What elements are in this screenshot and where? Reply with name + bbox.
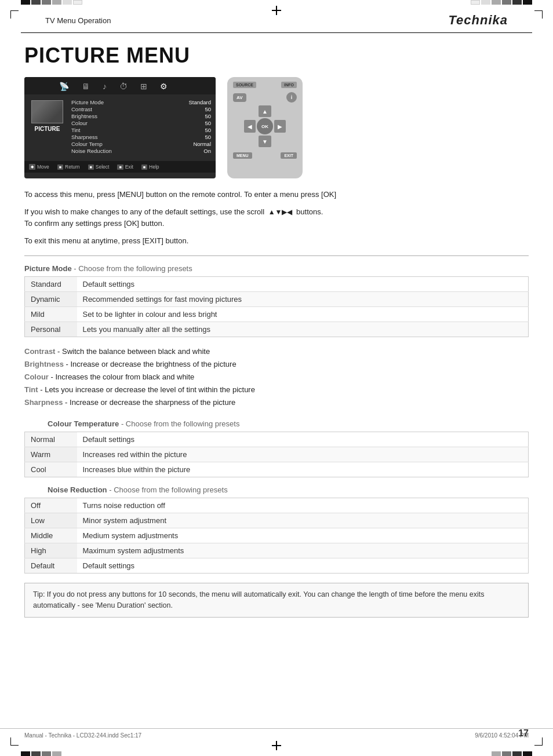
- setting-line: Colour - Increases the colour from black…: [24, 371, 529, 384]
- help-label: Help: [149, 164, 159, 170]
- up-arrow-icon: ▲: [262, 108, 268, 115]
- brand-logo: Technika: [448, 13, 508, 28]
- remote-up-button: ▲: [259, 105, 271, 117]
- preset-desc: Default settings: [77, 558, 529, 574]
- noise-reduction-label: Noise Reduction - Choose from the follow…: [48, 485, 529, 494]
- select-key-icon: ■: [88, 165, 94, 170]
- tv-icon-screen: 🖥: [82, 82, 90, 91]
- return-label: Return: [65, 164, 80, 170]
- left-arrow-icon: ◀: [248, 123, 252, 130]
- corner-mark-tl: [10, 10, 19, 19]
- bottom-bar-left: [21, 751, 61, 756]
- colour-temp-label: Colour Temperature - Choose from the fol…: [48, 419, 529, 428]
- setting-line: Contrast - Switch the balance between bl…: [24, 345, 529, 358]
- page-footer: Manual - Technika - LCD32-244.indd Sec1:…: [0, 728, 553, 742]
- body-para2: If you wish to make changes to any of th…: [24, 206, 529, 229]
- tip-box: Tip: If you do not press any buttons for…: [24, 583, 529, 618]
- tv-menu-icon-bar: 📡 🖥 ♪ ⏱ ⊞ ⚙: [24, 77, 216, 94]
- remote-av-button: AV: [233, 93, 246, 102]
- table-row: DynamicRecommended settings for fast mov…: [25, 291, 529, 306]
- table-row: CoolIncreases blue within the picture: [25, 462, 529, 477]
- remote-right-button: ▶: [274, 120, 286, 133]
- tv-item-val-0: Standard: [152, 99, 211, 105]
- tv-item-val-7: On: [152, 148, 211, 154]
- tv-footer-select: ■ Select: [88, 164, 110, 170]
- tv-item-name-4: Tint: [71, 127, 148, 133]
- tv-icon-gear: ⚙: [160, 82, 168, 91]
- preset-desc: Set to be lighter in colour and less bri…: [77, 306, 529, 322]
- setting-desc: - Lets you increase or decrease the leve…: [40, 385, 255, 394]
- remote-info-button: INFO: [281, 82, 297, 88]
- preset-name: Cool: [25, 462, 77, 477]
- setting-line: Sharpness - Increase or decrease the sha…: [24, 396, 529, 409]
- colour-temp-desc: - Choose from the following presets: [121, 419, 239, 428]
- preset-name: Mild: [25, 306, 77, 322]
- tv-menu-items-list: Picture Mode Standard Contrast 50 Bright…: [71, 98, 211, 154]
- remote-dpad: ▲ ▼ ◀ ▶ OK: [244, 105, 286, 147]
- right-arrow-icon: ▶: [278, 123, 282, 130]
- preset-name: Off: [25, 498, 77, 513]
- exit-key-icon: ■: [117, 165, 123, 170]
- preset-name: Normal: [25, 432, 77, 447]
- preset-desc: Minor system adjustment: [77, 513, 529, 528]
- tv-menu-thumbnail: [31, 100, 63, 123]
- tv-footer-exit: ■ Exit: [117, 164, 133, 170]
- tv-item-name-3: Colour: [71, 120, 148, 126]
- top-bar-right: [471, 0, 532, 5]
- return-key-icon: ■: [57, 165, 63, 170]
- tv-item-name-2: Brightness: [71, 113, 148, 119]
- bottom-bar-right: [492, 751, 532, 756]
- preset-name: Default: [25, 558, 77, 574]
- tv-menu-screenshot: 📡 🖥 ♪ ⏱ ⊞ ⚙ PICTURE Picture Mode Standar…: [24, 77, 216, 178]
- setting-desc: - Increase or decrease the brightness of…: [66, 360, 237, 368]
- setting-desc: - Increase or decrease the sharpness of …: [65, 398, 235, 407]
- tv-item-val-2: 50: [152, 113, 211, 119]
- tv-item-val-1: 50: [152, 106, 211, 112]
- preset-desc: Recommended settings for fast moving pic…: [77, 291, 529, 306]
- page-header: TV Menu Operation Technika: [21, 0, 532, 33]
- crosshair-bottom: [272, 741, 281, 750]
- tip-text: Tip: If you do not press any buttons for…: [33, 590, 484, 609]
- remote-left-button: ◀: [244, 120, 256, 133]
- preset-name: Low: [25, 513, 77, 528]
- table-row: HighMaximum system adjustments: [25, 543, 529, 558]
- tv-item-name-7: Noise Reduction: [71, 148, 148, 154]
- preset-name: Personal: [25, 322, 77, 337]
- setting-desc: - Switch the balance between black and w…: [57, 347, 210, 356]
- table-row: DefaultDefault settings: [25, 558, 529, 574]
- tv-item-name-5: Sharpness: [71, 134, 148, 140]
- tv-item-val-5: 50: [152, 134, 211, 140]
- remote-top-row: SOURCE INFO: [233, 82, 297, 88]
- table-row: OffTurns noise reduction off: [25, 498, 529, 513]
- noise-reduction-table: OffTurns noise reduction offLowMinor sys…: [24, 498, 529, 574]
- body-para2-b: buttons.: [296, 207, 323, 216]
- tv-footer-help: ■ Help: [141, 164, 159, 170]
- remote-i-button: i: [286, 92, 297, 103]
- remote-av-row: AV i: [233, 92, 297, 103]
- setting-line: Tint - Lets you increase or decrease the…: [24, 384, 529, 396]
- table-row: MildSet to be lighter in colour and less…: [25, 306, 529, 322]
- setting-label: Sharpness: [24, 398, 63, 407]
- page-title: PICTURE MENU: [24, 43, 529, 68]
- page-number: 17: [518, 728, 529, 739]
- tv-icon-timer: ⏱: [119, 82, 128, 91]
- preset-desc: Default settings: [77, 276, 529, 291]
- remote-source-button: SOURCE: [233, 82, 256, 88]
- noise-reduction-desc: - Choose from the following presets: [109, 485, 227, 494]
- settings-lines: Contrast - Switch the balance between bl…: [24, 345, 529, 409]
- tv-menu-left-panel: PICTURE: [29, 98, 66, 154]
- colour-temp-table: NormalDefault settingsWarmIncreases red …: [24, 432, 529, 477]
- table-row: PersonalLets you manually alter all the …: [25, 322, 529, 337]
- tv-item-val-6: Normal: [152, 141, 211, 147]
- exit-label: Exit: [125, 164, 133, 170]
- help-key-icon: ■: [141, 165, 147, 170]
- preset-name: High: [25, 543, 77, 558]
- tv-footer-move: ◆ Move: [29, 164, 49, 170]
- setting-label: Colour: [24, 372, 49, 381]
- preset-desc: Maximum system adjustments: [77, 543, 529, 558]
- preset-desc: Medium system adjustments: [77, 528, 529, 543]
- tv-item-name-6: Colour Temp: [71, 141, 148, 147]
- tv-item-name-0: Picture Mode: [71, 99, 148, 105]
- remote-ok-button: OK: [257, 118, 273, 134]
- tv-item-val-4: 50: [152, 127, 211, 133]
